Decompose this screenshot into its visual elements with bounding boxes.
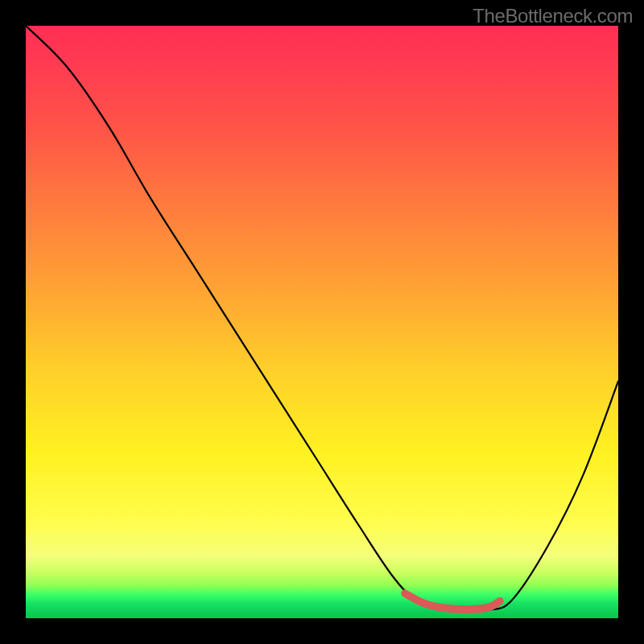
watermark-text: TheBottleneck.com <box>473 5 633 27</box>
bottleneck-curve-path <box>26 26 618 611</box>
chart-svg <box>26 26 618 618</box>
chart-plot-area <box>26 26 618 618</box>
chart-frame <box>26 26 618 618</box>
optimal-range-marker-path <box>405 593 500 609</box>
